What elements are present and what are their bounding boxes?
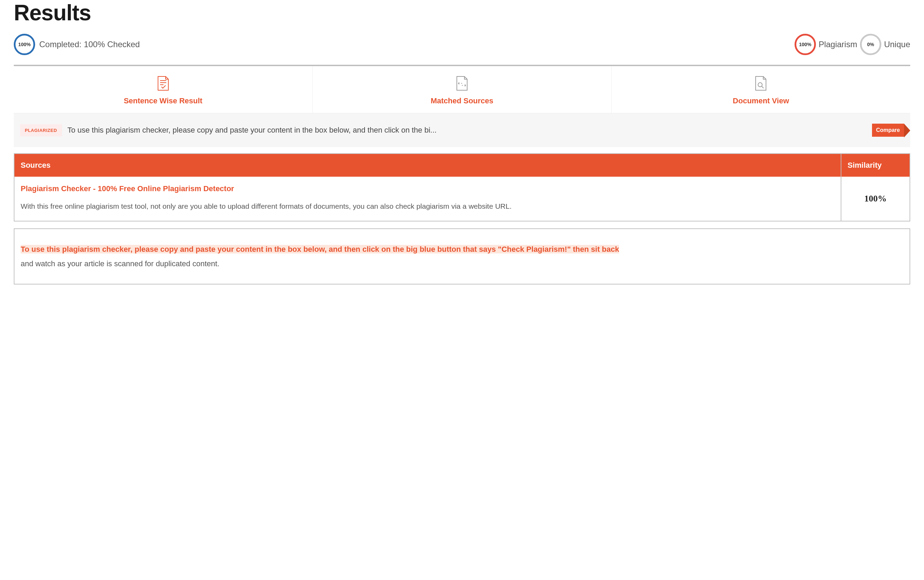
completion-stat: 100% Completed: 100% Checked bbox=[14, 34, 140, 55]
completion-ring: 100% bbox=[14, 34, 35, 55]
highlighted-text: To use this plagiarism checker, please c… bbox=[21, 245, 619, 254]
source-description: With this free online plagiarism test to… bbox=[21, 199, 835, 213]
document-search-icon bbox=[754, 76, 767, 91]
tab-sentence-wise[interactable]: Sentence Wise Result bbox=[14, 66, 312, 113]
source-title-link[interactable]: Plagiarism Checker - 100% Free Online Pl… bbox=[21, 184, 835, 193]
svg-point-4 bbox=[462, 85, 463, 86]
stats-row: 100% Completed: 100% Checked 100% Plagia… bbox=[14, 34, 910, 55]
unique-label: Unique bbox=[884, 40, 910, 49]
sources-table: Sources Similarity Plagiarism Checker - … bbox=[14, 153, 910, 221]
document-swap-icon bbox=[455, 76, 469, 91]
plagiarized-badge: PLAGIARIZED bbox=[20, 124, 62, 137]
sentence-panel: PLAGIARIZED To use this plagiarism check… bbox=[14, 113, 910, 147]
tabs: Sentence Wise Result Matched Sources Doc… bbox=[14, 66, 910, 113]
table-row: Plagiarism Checker - 100% Free Online Pl… bbox=[14, 177, 910, 221]
source-cell: Plagiarism Checker - 100% Free Online Pl… bbox=[14, 177, 841, 221]
plagiarism-label: Plagiarism bbox=[819, 40, 857, 49]
svg-point-3 bbox=[461, 83, 462, 84]
completion-label: Completed: 100% Checked bbox=[39, 40, 140, 49]
document-check-icon bbox=[157, 76, 170, 91]
score-stats: 100% Plagiarism 0% Unique bbox=[794, 34, 910, 55]
similarity-value: 100% bbox=[841, 177, 910, 221]
sentence-text: To use this plagiarism checker, please c… bbox=[67, 126, 866, 135]
plagiarism-ring: 100% bbox=[794, 34, 816, 55]
svg-point-5 bbox=[758, 82, 762, 87]
svg-line-6 bbox=[762, 86, 764, 88]
tab-document-label: Document View bbox=[615, 96, 907, 105]
page-title: Results bbox=[14, 0, 910, 25]
header-similarity: Similarity bbox=[841, 153, 910, 177]
tab-matched-label: Matched Sources bbox=[316, 96, 608, 105]
document-remainder: and watch as your article is scanned for… bbox=[21, 259, 219, 268]
tab-sentence-label: Sentence Wise Result bbox=[17, 96, 309, 105]
compare-button[interactable]: Compare bbox=[872, 124, 904, 137]
tab-document-view[interactable]: Document View bbox=[612, 66, 910, 113]
unique-ring: 0% bbox=[860, 34, 881, 55]
tab-matched-sources[interactable]: Matched Sources bbox=[312, 66, 611, 113]
header-sources: Sources bbox=[14, 153, 841, 177]
document-view-panel: To use this plagiarism checker, please c… bbox=[14, 228, 910, 285]
